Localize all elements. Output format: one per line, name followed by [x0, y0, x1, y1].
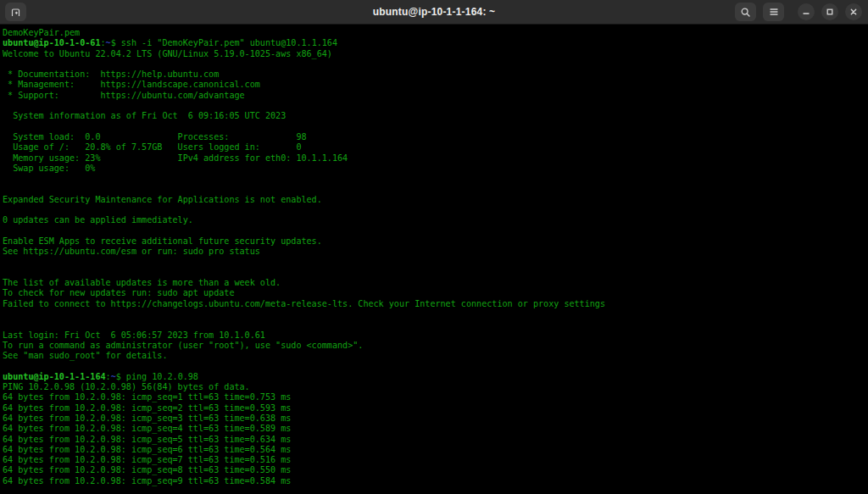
terminal-window: ubuntu@ip-10-1-1-164: ~ — [0, 0, 868, 494]
terminal-line: Last login: Fri Oct 6 05:06:57 2023 from… — [3, 330, 868, 341]
terminal-line: 64 bytes from 10.2.0.98: icmp_seq=3 ttl=… — [3, 414, 868, 424]
terminal-line — [3, 268, 868, 278]
titlebar[interactable]: ubuntu@ip-10-1-1-164: ~ — [0, 0, 868, 25]
maximize-icon — [826, 8, 834, 16]
terminal-line — [3, 309, 868, 319]
terminal-line: See https://ubuntu.com/esm or run: sudo … — [3, 247, 868, 257]
terminal-line: 64 bytes from 10.2.0.98: icmp_seq=5 ttl=… — [3, 435, 868, 445]
terminal-line: 64 bytes from 10.2.0.98: icmp_seq=2 ttl=… — [3, 403, 868, 414]
terminal-line — [3, 59, 868, 69]
terminal-line: The list of available updates is more th… — [3, 278, 868, 288]
terminal-line: Memory usage: 23% IPv4 address for eth0:… — [3, 153, 868, 164]
menu-button[interactable] — [763, 3, 784, 21]
new-tab-button[interactable] — [5, 3, 26, 21]
terminal-line: See "man sudo_root" for details. — [3, 351, 868, 361]
terminal-line: * Support: https://ubuntu.com/advantage — [3, 91, 868, 101]
terminal-line — [3, 226, 868, 236]
new-tab-icon — [10, 7, 21, 18]
terminal-line: Welcome to Ubuntu 22.04.2 LTS (GNU/Linux… — [3, 49, 868, 59]
terminal-line: Enable ESM Apps to receive additional fu… — [3, 236, 868, 247]
terminal-line: 64 bytes from 10.2.0.98: icmp_seq=7 ttl=… — [3, 455, 868, 465]
minimize-button[interactable] — [798, 3, 815, 20]
hamburger-menu-icon — [769, 7, 779, 17]
terminal-line: DemoKeyPair.pem — [3, 28, 868, 38]
window-controls — [735, 0, 862, 24]
terminal-line: ubuntu@ip-10-1-1-164:~$ ping 10.2.0.98 — [3, 372, 868, 382]
terminal-line — [3, 258, 868, 268]
close-icon — [849, 8, 858, 16]
terminal-line: 64 bytes from 10.2.0.98: icmp_seq=1 ttl=… — [3, 392, 868, 402]
terminal-line: 64 bytes from 10.2.0.98: icmp_seq=8 ttl=… — [3, 465, 868, 475]
terminal-line: System information as of Fri Oct 6 09:16… — [3, 111, 868, 121]
terminal-line — [3, 184, 868, 194]
terminal-line — [3, 101, 868, 111]
terminal-line: Usage of /: 20.8% of 7.57GB Users logged… — [3, 142, 868, 153]
terminal-line: To run a command as administrator (user … — [3, 341, 868, 351]
terminal-line: 64 bytes from 10.2.0.98: icmp_seq=9 ttl=… — [3, 476, 868, 486]
terminal-line — [3, 362, 868, 372]
terminal-line: Failed to connect to https://changelogs.… — [3, 299, 868, 309]
terminal-screen[interactable]: DemoKeyPair.pemubuntu@ip-10-1-0-61:~$ ss… — [0, 25, 868, 494]
maximize-button[interactable] — [821, 3, 838, 20]
terminal-line: PING 10.2.0.98 (10.2.0.98) 56(84) bytes … — [3, 382, 868, 392]
terminal-line: 64 bytes from 10.2.0.98: icmp_seq=6 ttl=… — [3, 445, 868, 455]
close-button[interactable] — [845, 3, 862, 20]
terminal-line: Swap usage: 0% — [3, 164, 868, 174]
terminal-line — [3, 122, 868, 132]
terminal-line — [3, 205, 868, 215]
search-icon — [740, 7, 751, 18]
terminal-line: ubuntu@ip-10-1-0-61:~$ ssh -i "DemoKeyPa… — [3, 38, 868, 48]
terminal-line — [3, 319, 868, 330]
minimize-icon — [802, 8, 810, 16]
terminal-line — [3, 174, 868, 184]
terminal-line: 0 updates can be applied immediately. — [3, 215, 868, 225]
terminal-line: * Management: https://landscape.canonica… — [3, 80, 868, 90]
terminal-line: * Documentation: https://help.ubuntu.com — [3, 69, 868, 80]
terminal-line: System load: 0.0 Processes: 98 — [3, 132, 868, 142]
terminal-line: 64 bytes from 10.2.0.98: icmp_seq=4 ttl=… — [3, 424, 868, 434]
terminal-line: Expanded Security Maintenance for Applic… — [3, 195, 868, 205]
search-button[interactable] — [735, 3, 756, 21]
terminal-line: To check for new updates run: sudo apt u… — [3, 288, 868, 298]
